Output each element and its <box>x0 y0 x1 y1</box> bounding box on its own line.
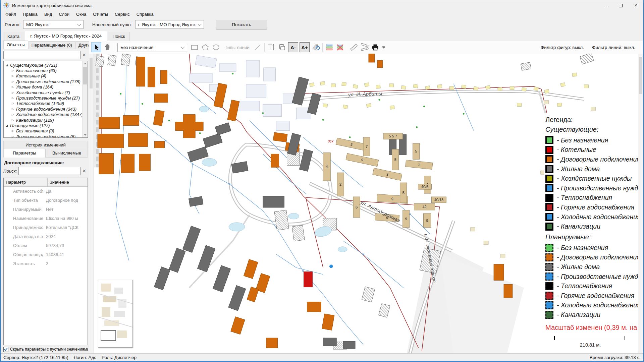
print-button[interactable] <box>370 42 380 52</box>
close-button[interactable]: × <box>628 0 643 10</box>
tree-expander-icon[interactable]: ▷ <box>12 135 16 138</box>
table-row[interactable]: Объем 59734,73 <box>4 241 88 250</box>
measure-button[interactable] <box>360 42 370 52</box>
parameters-tab[interactable]: Параметры <box>3 149 46 158</box>
purpose-dropdown[interactable]: Без назначения <box>117 43 187 52</box>
tree-expander-icon[interactable]: ▷ <box>12 113 16 116</box>
tree-item[interactable]: ▷ Хозяйственные нужды (7) <box>4 90 88 95</box>
minimap-viewport[interactable] <box>101 330 116 341</box>
tree-expander-icon[interactable]: ▷ <box>12 102 16 105</box>
minimize-button[interactable]: – <box>598 0 613 10</box>
tree-expander-icon[interactable]: ▷ <box>12 91 16 94</box>
tree-item[interactable]: ▷ Производственные нужды (27) <box>4 95 88 101</box>
tree-expander-icon[interactable]: ▷ <box>12 108 16 111</box>
table-row[interactable]: Активность объекта Да <box>4 187 88 196</box>
tree-expander-icon[interactable]: ▷ <box>12 119 16 122</box>
ruler-button[interactable] <box>349 42 359 52</box>
objects-search-input[interactable] <box>3 51 80 59</box>
table-row[interactable]: Тип объекта Договорное под <box>4 196 88 205</box>
menu-item[interactable]: Окна <box>73 10 90 18</box>
tree-item[interactable]: ▷ Теплоснабжения (1459) <box>4 101 88 106</box>
legend-item-label: - Жилые дома <box>557 165 600 173</box>
table-row[interactable]: Принадлежность к ко Котельная "ДСК <box>4 223 88 232</box>
tree-item[interactable]: ▷ Договорные подключения (178) <box>4 79 88 84</box>
menu-item[interactable]: Сервис <box>111 10 133 18</box>
tree-item[interactable]: ▷ Горячие водоснабжения (343) <box>4 106 88 112</box>
tree-item[interactable]: ▷ Холодные водоснабжения (1347) <box>4 112 88 117</box>
tree-item[interactable]: ◢ Существующие (3721) <box>4 62 88 68</box>
draw-line-button[interactable] <box>253 42 263 52</box>
clear-search-icon[interactable]: ✕ <box>80 52 88 58</box>
pan-tool-button[interactable] <box>102 42 112 52</box>
tree-expander-icon[interactable]: ◢ <box>6 64 10 67</box>
tree-expander-icon[interactable]: ◢ <box>6 124 10 127</box>
menu-item[interactable]: Правка <box>19 10 41 18</box>
settlement-dropdown[interactable]: г. Якутск - МО Город Якутск <box>135 20 204 29</box>
labeled-building: 5 <box>413 143 420 159</box>
tree-item[interactable]: ▷ Без назначения (3) <box>4 128 88 134</box>
tree-item[interactable]: ◢ Планируемые (127) <box>4 123 88 128</box>
tree-item[interactable]: ▷ Договорные подключения (6) <box>4 134 88 138</box>
region-dropdown[interactable]: МО Якутск <box>23 20 84 29</box>
menu-item[interactable]: Отчеты <box>90 10 111 18</box>
hide-layers-button[interactable] <box>335 42 345 52</box>
tree-expander-icon[interactable]: ▷ <box>12 80 16 83</box>
tree-item-label: Горячие водоснабжения (343) <box>16 107 76 112</box>
table-row[interactable]: Дата ввода в эксплуат 2024 <box>4 232 88 241</box>
clear-param-search-icon[interactable]: ✕ <box>80 168 88 174</box>
column-parameter[interactable]: Параметр <box>4 178 48 186</box>
font-decrease-button[interactable]: A- <box>288 42 298 52</box>
tree-expander-icon[interactable]: ▷ <box>12 74 16 77</box>
scroll-up-icon[interactable] <box>84 63 87 64</box>
table-row[interactable]: Общая площадь 14086,41 <box>4 250 88 259</box>
tree-item[interactable]: ▷ Канализации (129) <box>4 117 88 123</box>
copy-shapes-button[interactable] <box>277 42 287 52</box>
svg-text:2: 2 <box>339 182 341 186</box>
objects-tab[interactable]: Объекты <box>3 41 28 49</box>
tree-item[interactable]: ▷ Жилые дома (164) <box>4 84 88 90</box>
parameters-tab[interactable]: Вычисляемые <box>46 149 88 158</box>
select-tool-button[interactable] <box>91 42 101 52</box>
scroll-down-icon[interactable] <box>84 134 87 136</box>
tree-scrollbar[interactable] <box>82 61 88 137</box>
menu-item[interactable]: Слои <box>55 10 73 18</box>
map-vertical-scrollbar-left[interactable] <box>89 54 94 353</box>
show-layers-button[interactable] <box>324 42 334 52</box>
table-row[interactable]: Этажность 3 <box>4 259 88 268</box>
scroll-thumb[interactable] <box>90 58 93 88</box>
menu-item[interactable]: Справка <box>133 10 157 18</box>
column-value[interactable]: Значение <box>48 178 88 186</box>
param-search-input[interactable] <box>18 167 80 175</box>
tree-expander-icon[interactable]: ▷ <box>12 85 16 88</box>
tree-expander-icon[interactable]: ▷ <box>12 129 16 132</box>
legend-swatch-dashed <box>545 282 553 290</box>
draw-rectangle-button[interactable] <box>190 42 200 52</box>
show-button[interactable]: Показать <box>216 20 267 29</box>
draw-ellipse-button[interactable] <box>211 42 221 52</box>
scroll-thumb[interactable] <box>83 67 87 84</box>
tree-expander-icon[interactable]: ▷ <box>12 97 16 100</box>
menu-item[interactable]: Файл <box>2 10 19 18</box>
table-row[interactable]: Наименование Школа на 990 м <box>4 214 88 223</box>
tree-expander-icon[interactable]: ▷ <box>12 69 16 72</box>
tree-item[interactable]: ▷ Без назначения (63) <box>4 68 88 73</box>
history-tab[interactable]: История изменений <box>3 141 88 149</box>
main-tab[interactable]: Поиск <box>108 32 129 41</box>
refresh-labels-button[interactable] <box>311 42 321 52</box>
main-tab[interactable]: г. Якутск - МО Город Якутск - 2024 <box>25 31 107 41</box>
maximize-button[interactable] <box>613 0 628 10</box>
tree-item[interactable]: ▷ Котельные (4) <box>4 73 88 79</box>
toolbar-overflow-button[interactable] <box>381 42 386 52</box>
table-row[interactable]: Планируемый Нет <box>4 205 88 214</box>
text-tool-button[interactable] <box>266 42 276 52</box>
map-canvas[interactable]: 45932519542940/1399675 5 73540/6ул. И. А… <box>89 54 638 353</box>
objects-tab[interactable]: Неразмещенные (0) <box>29 41 75 49</box>
map-vertical-scrollbar-right[interactable] <box>638 54 643 353</box>
main-tab[interactable]: Карта <box>3 32 24 41</box>
hide-empty-checkbox[interactable] <box>3 347 8 352</box>
menu-item[interactable]: Вид <box>41 10 56 18</box>
font-increase-button[interactable]: A+ <box>300 42 310 52</box>
draw-polygon-button[interactable] <box>200 42 210 52</box>
overview-minimap[interactable] <box>98 280 133 348</box>
scroll-thumb[interactable] <box>639 57 642 94</box>
